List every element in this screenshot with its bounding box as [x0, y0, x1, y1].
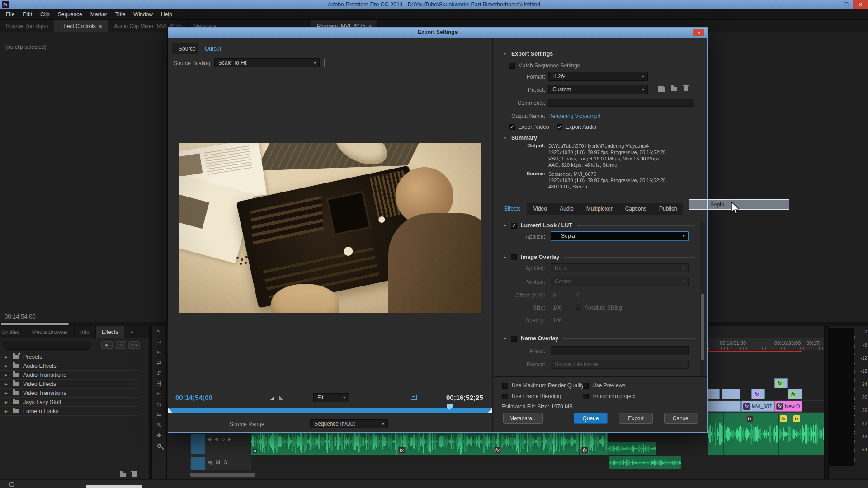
- menu-marker[interactable]: Marker: [86, 11, 111, 18]
- audio-clip[interactable]: [608, 442, 656, 455]
- hand-tool[interactable]: ✥: [152, 430, 166, 441]
- slide-tool[interactable]: ⇋: [152, 409, 166, 420]
- keyframe-icon[interactable]: ◇: [221, 436, 225, 441]
- video-clip[interactable]: [708, 389, 720, 399]
- range-handle-right[interactable]: [488, 408, 492, 413]
- frame-blending-checkbox[interactable]: [502, 394, 508, 399]
- track-select-forward-tool[interactable]: ⇥: [152, 337, 166, 347]
- dialog-tab-source[interactable]: Source: [172, 43, 202, 54]
- overlay-position-select[interactable]: Center: [551, 277, 689, 286]
- twirl-down-icon[interactable]: [503, 335, 507, 342]
- lumetri-header[interactable]: Lumetri Look / LUT: [503, 221, 695, 230]
- prefix-input[interactable]: [551, 346, 689, 355]
- scrollbar-thumb[interactable]: [701, 294, 704, 360]
- tab-effects[interactable]: Effects: [96, 326, 124, 338]
- prev-keyframe-icon[interactable]: ◀: [215, 436, 218, 441]
- folder-lumetri-looks[interactable]: ▶Lumetri Looks: [0, 407, 140, 416]
- opacity-value[interactable]: 100: [553, 317, 562, 324]
- preview-playhead[interactable]: [447, 404, 453, 410]
- twirl-icon[interactable]: ▶: [5, 364, 13, 368]
- menu-window[interactable]: Window: [129, 11, 157, 18]
- next-keyframe-icon[interactable]: ▶: [228, 436, 231, 441]
- new-bin-icon[interactable]: [120, 473, 126, 477]
- folder-audio-effects[interactable]: ▶Audio Effects: [0, 361, 140, 371]
- export-audio-checkbox[interactable]: [557, 124, 562, 130]
- tab-video-settings[interactable]: Video: [527, 203, 553, 215]
- match-sequence-checkbox[interactable]: [509, 63, 515, 69]
- size-value[interactable]: 100: [553, 305, 562, 311]
- folder-video-transitions[interactable]: ▶Video Transitions: [0, 389, 140, 398]
- max-render-quality-checkbox[interactable]: [502, 383, 508, 389]
- video-clip[interactable]: [708, 401, 741, 412]
- offset-y-value[interactable]: 0: [576, 292, 580, 299]
- image-overlay-checkbox[interactable]: [511, 254, 517, 260]
- selection-tool[interactable]: ↖: [152, 326, 166, 337]
- tab-project-untitled[interactable]: Untitled: [0, 326, 26, 338]
- scrollbar-thumb[interactable]: [1, 323, 69, 325]
- lumetri-checkbox[interactable]: [511, 223, 517, 229]
- video-clip[interactable]: fx: [751, 389, 765, 399]
- folder-video-effects[interactable]: ▶Video Effects: [0, 380, 140, 389]
- 32bit-effects-badge[interactable]: 32: [115, 341, 126, 349]
- ripple-edit-tool[interactable]: ⇄: [152, 357, 166, 368]
- set-in-point-icon[interactable]: [270, 396, 274, 400]
- yuv-effects-badge[interactable]: YUV: [128, 341, 140, 349]
- rolling-edit-tool[interactable]: ⇵: [152, 368, 166, 378]
- settings-scrollbar[interactable]: [700, 221, 705, 377]
- overlay-applied-select[interactable]: None: [551, 263, 689, 272]
- tab-info[interactable]: Info: [75, 326, 96, 338]
- pen-tool[interactable]: ✎: [152, 420, 166, 430]
- rate-stretch-tool[interactable]: ⇶: [152, 378, 166, 389]
- twirl-down-icon[interactable]: [503, 222, 507, 229]
- import-preset-icon[interactable]: [671, 87, 677, 91]
- zoom-tool[interactable]: [152, 441, 166, 451]
- set-out-point-icon[interactable]: [279, 396, 284, 400]
- track-select-backward-tool[interactable]: ⇤: [152, 347, 166, 357]
- audio-clip[interactable]: [609, 456, 681, 469]
- delete-icon[interactable]: [132, 472, 137, 477]
- save-preset-icon[interactable]: [658, 86, 665, 92]
- preview-zoom-select[interactable]: Fit: [313, 393, 349, 402]
- menu-sequence[interactable]: Sequence: [54, 11, 86, 18]
- dialog-close-button[interactable]: ✕: [693, 29, 704, 36]
- twirl-down-icon[interactable]: [503, 135, 507, 141]
- video-clip[interactable]: fx: [788, 389, 802, 399]
- video-clip-mvi6075[interactable]: fx MVI_607: [741, 401, 774, 412]
- tab-effects-settings[interactable]: Effects: [498, 203, 527, 215]
- tab-source-monitor[interactable]: Source: (no clips): [0, 20, 54, 32]
- effects-search-input[interactable]: [3, 341, 91, 350]
- twirl-icon[interactable]: ▶: [5, 409, 13, 413]
- twirl-down-icon[interactable]: [503, 254, 507, 260]
- tab-captions-settings[interactable]: Captions: [619, 203, 653, 215]
- export-settings-header[interactable]: Export Settings: [503, 49, 701, 58]
- panel-menu-icon[interactable]: ≡: [99, 23, 102, 29]
- crop-icon[interactable]: [411, 395, 417, 400]
- source-scaling-select[interactable]: Scale To Fit: [214, 58, 320, 67]
- comments-input[interactable]: [548, 99, 694, 107]
- tab-audio-settings[interactable]: Audio: [553, 203, 580, 215]
- tab-publish-settings[interactable]: Publish: [653, 203, 683, 215]
- preset-select[interactable]: Custom: [548, 85, 648, 94]
- preview-scrub-bar[interactable]: [170, 408, 491, 413]
- folder-presets[interactable]: ▶★Presets: [0, 352, 140, 361]
- minimize-button[interactable]: —: [827, 0, 840, 9]
- source-range-select[interactable]: Sequence In/Out: [310, 419, 388, 428]
- tab-multiplexer-settings[interactable]: Multiplexer: [580, 203, 619, 215]
- video-clip[interactable]: fx: [774, 378, 788, 388]
- delete-preset-icon[interactable]: [684, 86, 688, 91]
- lumetri-applied-select[interactable]: Sepia: [551, 231, 689, 240]
- output-name-link[interactable]: Rendering Vidya.mp4: [548, 113, 600, 119]
- timeline-scrollbar-thumb[interactable]: [190, 473, 255, 477]
- import-into-project-checkbox[interactable]: [583, 394, 589, 399]
- track-target-a2[interactable]: [191, 457, 205, 470]
- folder-audio-transitions[interactable]: ▶Audio Transitions: [0, 371, 140, 380]
- export-video-checkbox[interactable]: [509, 124, 515, 130]
- twirl-icon[interactable]: ▶: [5, 373, 13, 377]
- name-overlay-checkbox[interactable]: [511, 336, 517, 342]
- accelerated-effects-badge[interactable]: ▶: [101, 341, 113, 349]
- creative-cloud-sync-icon[interactable]: [9, 482, 14, 487]
- adjustment-clip[interactable]: fx New O: [774, 401, 802, 412]
- image-overlay-header[interactable]: Image Overlay: [503, 253, 695, 262]
- track-target-a1[interactable]: [191, 434, 205, 454]
- twirl-down-icon[interactable]: [503, 51, 507, 57]
